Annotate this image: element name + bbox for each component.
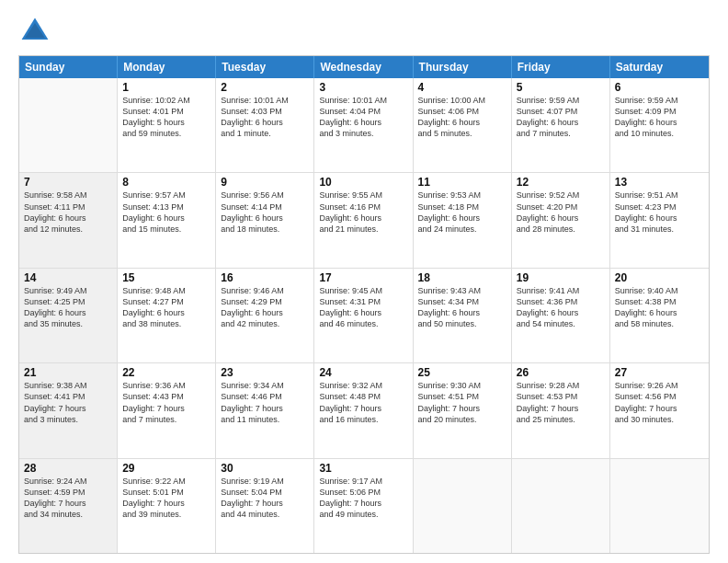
cell-line: Sunrise: 9:59 AM xyxy=(517,95,605,106)
cell-line: Sunset: 4:36 PM xyxy=(517,296,605,307)
calendar-cell-r3c6: 27Sunrise: 9:26 AMSunset: 4:56 PMDayligh… xyxy=(610,363,709,457)
calendar-row-3: 21Sunrise: 9:38 AMSunset: 4:41 PMDayligh… xyxy=(19,363,709,458)
day-number: 25 xyxy=(418,366,506,379)
day-number: 3 xyxy=(319,81,407,94)
cell-line: Sunset: 4:13 PM xyxy=(122,201,210,213)
cell-line: Sunset: 4:59 PM xyxy=(24,487,112,498)
cell-line: Sunrise: 9:49 AM xyxy=(24,285,112,296)
header-day-monday: Monday xyxy=(118,56,216,78)
day-number: 12 xyxy=(517,176,605,189)
calendar-cell-r3c1: 22Sunrise: 9:36 AMSunset: 4:43 PMDayligh… xyxy=(118,363,216,457)
cell-line: and 34 minutes. xyxy=(24,509,112,520)
calendar: SundayMondayTuesdayWednesdayThursdayFrid… xyxy=(18,55,710,554)
cell-line: Daylight: 7 hours xyxy=(615,403,704,414)
cell-line: and 49 minutes. xyxy=(319,509,407,520)
cell-line: Daylight: 6 hours xyxy=(517,117,605,128)
calendar-row-0: 1Sunrise: 10:02 AMSunset: 4:01 PMDayligh… xyxy=(19,78,709,173)
calendar-cell-r4c3: 31Sunrise: 9:17 AMSunset: 5:06 PMDayligh… xyxy=(314,459,413,553)
calendar-cell-r0c2: 2Sunrise: 10:01 AMSunset: 4:03 PMDayligh… xyxy=(216,78,314,172)
cell-line: Daylight: 7 hours xyxy=(319,403,407,414)
cell-line: Sunset: 4:11 PM xyxy=(24,201,112,213)
cell-line: and 35 minutes. xyxy=(24,318,112,329)
cell-line: and 3 minutes. xyxy=(319,128,407,139)
cell-line: Sunrise: 9:52 AM xyxy=(517,190,605,201)
cell-line: Daylight: 6 hours xyxy=(418,307,506,318)
cell-line: Sunrise: 9:46 AM xyxy=(221,285,309,296)
cell-line: Sunrise: 9:45 AM xyxy=(319,285,407,296)
cell-line: Sunset: 4:25 PM xyxy=(24,296,112,307)
cell-line: and 28 minutes. xyxy=(517,224,605,235)
day-number: 23 xyxy=(221,366,309,379)
cell-line: Sunset: 4:46 PM xyxy=(221,391,309,402)
calendar-cell-r4c1: 29Sunrise: 9:22 AMSunset: 5:01 PMDayligh… xyxy=(118,459,216,553)
cell-line: and 11 minutes. xyxy=(221,414,309,425)
day-number: 24 xyxy=(319,366,407,379)
calendar-cell-r4c5 xyxy=(512,459,610,553)
calendar-cell-r3c4: 25Sunrise: 9:30 AMSunset: 4:51 PMDayligh… xyxy=(414,363,512,457)
cell-line: Sunset: 4:01 PM xyxy=(122,106,210,117)
day-number: 9 xyxy=(221,176,309,189)
cell-line: Daylight: 6 hours xyxy=(319,213,407,224)
day-number: 16 xyxy=(221,271,309,284)
cell-line: Daylight: 6 hours xyxy=(122,213,210,224)
cell-line: Daylight: 6 hours xyxy=(319,117,407,128)
day-number: 21 xyxy=(24,366,112,379)
cell-line: Daylight: 6 hours xyxy=(517,307,605,318)
cell-line: Sunset: 5:01 PM xyxy=(122,487,210,498)
cell-line: Daylight: 6 hours xyxy=(221,213,309,224)
cell-line: and 7 minutes. xyxy=(517,128,605,139)
cell-line: and 46 minutes. xyxy=(319,318,407,329)
day-number: 7 xyxy=(24,176,112,189)
header-day-friday: Friday xyxy=(512,56,610,78)
cell-line: Daylight: 7 hours xyxy=(221,498,309,509)
calendar-cell-r1c6: 13Sunrise: 9:51 AMSunset: 4:23 PMDayligh… xyxy=(610,173,709,267)
cell-line: Sunrise: 9:51 AM xyxy=(615,190,704,201)
cell-line: and 21 minutes. xyxy=(319,224,407,235)
cell-line: Daylight: 6 hours xyxy=(418,213,506,224)
cell-line: Daylight: 7 hours xyxy=(24,403,112,414)
cell-line: and 25 minutes. xyxy=(517,414,605,425)
cell-line: Sunset: 4:27 PM xyxy=(122,296,210,307)
day-number: 18 xyxy=(418,271,506,284)
cell-line: Daylight: 6 hours xyxy=(615,307,704,318)
cell-line: Sunrise: 9:56 AM xyxy=(221,190,309,201)
header-day-wednesday: Wednesday xyxy=(314,56,413,78)
cell-line: Daylight: 6 hours xyxy=(615,117,704,128)
cell-line: Sunset: 4:41 PM xyxy=(24,391,112,402)
day-number: 15 xyxy=(122,271,210,284)
cell-line: and 3 minutes. xyxy=(24,414,112,425)
day-number: 14 xyxy=(24,271,112,284)
calendar-cell-r2c3: 17Sunrise: 9:45 AMSunset: 4:31 PMDayligh… xyxy=(314,269,413,362)
cell-line: Daylight: 7 hours xyxy=(122,498,210,509)
calendar-cell-r2c4: 18Sunrise: 9:43 AMSunset: 4:34 PMDayligh… xyxy=(414,269,512,362)
cell-line: and 5 minutes. xyxy=(418,128,506,139)
header-day-tuesday: Tuesday xyxy=(216,56,314,78)
cell-line: and 1 minute. xyxy=(221,128,309,139)
cell-line: and 7 minutes. xyxy=(122,414,210,425)
day-number: 8 xyxy=(122,176,210,189)
cell-line: Sunrise: 9:22 AM xyxy=(122,476,210,487)
cell-line: and 12 minutes. xyxy=(24,224,112,235)
header xyxy=(18,15,710,48)
cell-line: and 58 minutes. xyxy=(615,318,704,329)
cell-line: and 20 minutes. xyxy=(418,414,506,425)
calendar-cell-r0c6: 6Sunrise: 9:59 AMSunset: 4:09 PMDaylight… xyxy=(610,78,709,172)
cell-line: Sunset: 4:16 PM xyxy=(319,201,407,213)
cell-line: Sunset: 4:20 PM xyxy=(517,201,605,213)
day-number: 30 xyxy=(221,462,309,475)
header-day-thursday: Thursday xyxy=(414,56,512,78)
cell-line: Sunset: 4:18 PM xyxy=(418,201,506,213)
cell-line: Daylight: 7 hours xyxy=(221,403,309,414)
cell-line: and 16 minutes. xyxy=(319,414,407,425)
calendar-row-4: 28Sunrise: 9:24 AMSunset: 4:59 PMDayligh… xyxy=(19,459,709,553)
cell-line: Sunrise: 9:59 AM xyxy=(615,95,704,106)
cell-line: Daylight: 6 hours xyxy=(517,213,605,224)
logo xyxy=(18,15,55,48)
cell-line: Sunset: 4:31 PM xyxy=(319,296,407,307)
calendar-cell-r1c4: 11Sunrise: 9:53 AMSunset: 4:18 PMDayligh… xyxy=(414,173,512,267)
calendar-cell-r0c3: 3Sunrise: 10:01 AMSunset: 4:04 PMDayligh… xyxy=(314,78,413,172)
calendar-cell-r3c0: 21Sunrise: 9:38 AMSunset: 4:41 PMDayligh… xyxy=(19,363,118,457)
day-number: 10 xyxy=(319,176,407,189)
cell-line: Sunrise: 9:28 AM xyxy=(517,380,605,391)
calendar-cell-r3c3: 24Sunrise: 9:32 AMSunset: 4:48 PMDayligh… xyxy=(314,363,413,457)
